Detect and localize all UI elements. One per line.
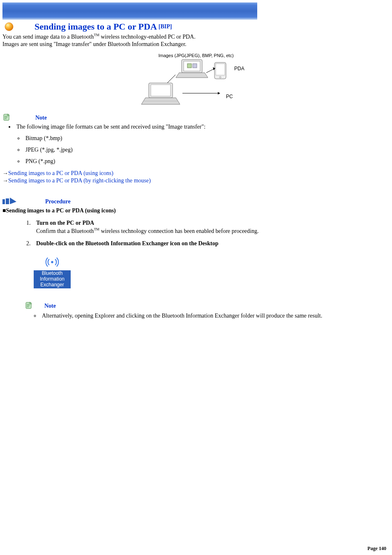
laptop-bottom-icon (141, 83, 180, 104)
svg-rect-6 (216, 64, 225, 75)
procedure-subheading: ■Sending images to a PC or PDA (using ic… (2, 207, 392, 214)
tm-symbol: TM (94, 33, 99, 37)
inner-note-header: Note (25, 301, 392, 309)
step-1-desc: Confirm that a BluetoothTM wireless tech… (36, 227, 392, 235)
pda-label: PDA (234, 66, 244, 71)
svg-rect-16 (6, 198, 9, 204)
link-using-icons[interactable]: Sending images to a PC or PDA (using ico… (8, 170, 113, 176)
related-links: →Sending images to a PC or PDA (using ic… (2, 170, 392, 184)
title-row: Sending images to a PC or PDA [BIP] (0, 20, 392, 32)
intro-line2: Images are sent using "Image transfer" u… (2, 41, 187, 47)
svg-point-18 (51, 261, 53, 263)
format-item: JPEG (*.jpg, *.jpeg) (24, 147, 392, 153)
header-bar (2, 2, 257, 20)
note-bullet-list: The following image file formats can be … (15, 124, 392, 130)
inner-note-list: Alternatively, opening Explorer and clic… (40, 313, 392, 319)
diagram-caption: Images (JPG(JPEG), BMP, PNG, etc) (158, 53, 233, 58)
procedure-steps: Turn on the PC or PDA Confirm that a Blu… (32, 220, 392, 247)
note-label: Note (35, 115, 47, 121)
arrow-right-icon (206, 69, 214, 73)
format-item: PNG (*.png) (24, 158, 392, 165)
inner-note-label: Note (44, 303, 56, 309)
svg-rect-3 (187, 64, 191, 68)
tm-symbol: TM (94, 227, 99, 231)
svg-rect-2 (184, 61, 200, 71)
inner-note-item: Alternatively, opening Explorer and clic… (40, 313, 392, 319)
step-1-title: Turn on the PC or PDA (36, 220, 94, 226)
formats-list: Bitmap (*.bmp) JPEG (*.jpg, *.jpeg) PNG … (24, 135, 392, 165)
intro-line1-post: wireless technology-enabled PC or PDA. (99, 34, 196, 40)
note-icon (2, 113, 11, 121)
arrow-icon: → (2, 177, 8, 184)
procedure-icon (2, 197, 21, 205)
svg-rect-4 (193, 64, 197, 68)
procedure-label: Procedure (45, 198, 71, 205)
svg-rect-11 (151, 85, 171, 96)
intro-text: You can send image data to a BluetoothTM… (2, 33, 390, 48)
step-2-title: Double-click on the Bluetooth Informatio… (36, 240, 218, 246)
transfer-diagram: Images (JPG(JPEG), BMP, PNG, etc) PDA (0, 52, 392, 106)
svg-point-0 (5, 23, 13, 31)
step-1-desc-pre: Confirm that a Bluetooth (36, 228, 94, 234)
orb-icon (4, 22, 14, 32)
svg-marker-17 (10, 198, 16, 204)
svg-rect-15 (2, 199, 5, 204)
arrow-icon: → (2, 170, 8, 176)
page-title: Sending images to a PC or PDA (35, 21, 157, 32)
laptop-top-icon (176, 60, 208, 78)
desktop-icon-label: Bluetooth Information Exchanger (34, 270, 71, 288)
intro-line1-pre: You can send image data to a Bluetooth (2, 34, 94, 40)
step-1: Turn on the PC or PDA Confirm that a Blu… (32, 220, 392, 235)
pc-label: PC (226, 94, 233, 99)
pda-icon (214, 62, 226, 79)
note-icon (25, 301, 33, 309)
format-item: Bitmap (*.bmp) (24, 135, 392, 142)
page-title-suffix: [BIP] (159, 23, 172, 30)
link-right-click[interactable]: Sending images to a PC or PDA (by right-… (8, 177, 151, 184)
svg-marker-13 (218, 92, 220, 94)
wireless-signal-icon (45, 255, 60, 269)
note-header: Note (2, 113, 392, 121)
step-1-desc-post: wireless technology connection has been … (99, 228, 259, 234)
bluetooth-exchanger-desktop-icon: Bluetooth Information Exchanger (33, 253, 392, 289)
note-intro-item: The following image file formats can be … (15, 124, 392, 130)
procedure-header: Procedure (2, 197, 392, 205)
step-2: Double-click on the Bluetooth Informatio… (32, 240, 392, 247)
